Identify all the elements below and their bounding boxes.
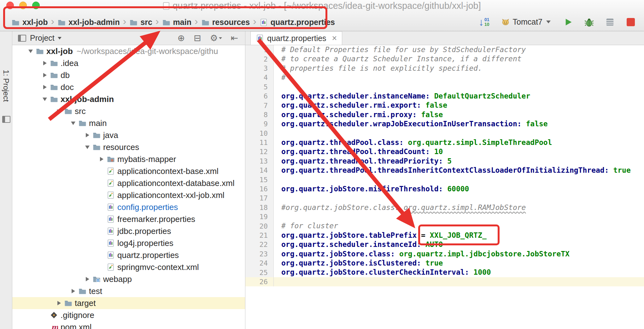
code-text: org.quartz.threadPool.threadPriority: 5 [274,157,452,166]
code-line-17[interactable]: 17 [245,194,644,203]
code-line-16[interactable]: 16org.quartz.jobStore.misfireThreshold: … [245,184,644,194]
tree-row-xxl-job[interactable]: xxl-job~/workspaces/idea-git-workspace/g… [12,45,245,57]
tree-row-db[interactable]: db [12,69,245,81]
code-line-11[interactable]: 11org.quartz.threadPool.class: org.quart… [245,138,644,147]
tree-row-resources[interactable]: resources [12,141,245,153]
code-line-7[interactable]: 7org.quartz.scheduler.rmi.export: false [245,101,644,110]
code-line-21[interactable]: 21org.quartz.jobStore.tablePrefix = XXL_… [245,231,644,240]
tree-row-doc[interactable]: doc [12,81,245,93]
tree-row-target[interactable]: target [12,297,245,309]
tree-row-freemarker.properties[interactable]: freemarker.properties [12,213,245,225]
project-panel-title[interactable]: Project [30,33,55,43]
collapse-arrow-icon[interactable] [55,110,63,113]
code-line-12[interactable]: 12org.quartz.threadPool.threadCount: 10 [245,147,644,156]
expand-arrow-icon[interactable] [41,61,49,65]
breadcrumb-item-resources[interactable]: resources [201,18,250,27]
code-text [274,277,281,286]
chevron-down-icon [219,37,222,39]
code-line-8[interactable]: 8org.quartz.scheduler.rmi.proxy: false [245,110,644,119]
tree-label: config.properties [117,202,178,212]
breadcrumb-item-xxl-job[interactable]: xxl-job [11,18,48,27]
collapse-arrow-icon[interactable] [84,146,91,149]
hide-panel-button[interactable]: ⇤ [231,34,238,43]
line-number: 4 [245,73,274,82]
tab-quartz-properties[interactable]: quartz.properties × [250,31,342,45]
tree-row-.gitignore[interactable]: .gitignore [12,309,245,321]
code-line-23[interactable]: 23org.quartz.jobStore.class: org.quartz.… [245,249,644,259]
code-line-19[interactable]: 19 [245,212,644,221]
expand-arrow-icon[interactable] [69,289,77,293]
code-line-20[interactable]: 20# for cluster [245,221,644,230]
code-line-26[interactable]: 26 [245,277,644,286]
code-line-14[interactable]: 14org.quartz.threadPool.threadsInheritCo… [245,166,644,175]
line-number: 18 [245,203,274,212]
tree-row-xxl-job-admin[interactable]: xxl-job-admin [12,93,245,105]
debug-button[interactable] [583,16,595,28]
expand-arrow-icon[interactable] [84,133,91,137]
collapse-arrow-icon[interactable] [27,50,34,53]
xml-file-icon [107,179,115,187]
vcs-update-button[interactable]: ↓ 0110 [479,17,489,27]
tree-row-mybatis-mapper[interactable]: mybatis-mapper [12,153,245,165]
code-line-2[interactable]: 2# to create a Quartz Scheduler Instance… [245,54,644,63]
breadcrumb-label: xxl-job [22,18,48,27]
collapse-arrow-icon[interactable] [69,122,77,125]
code-line-9[interactable]: 9org.quartz.scheduler.wrapJobExecutionIn… [245,119,644,129]
tree-row-java[interactable]: java [12,129,245,141]
breadcrumb-item-src[interactable]: src [129,18,152,27]
stop-button[interactable] [625,16,636,28]
code-line-13[interactable]: 13org.quartz.threadPool.threadPriority: … [245,157,644,166]
expand-arrow-icon[interactable] [98,157,105,161]
tree-row-quartz.properties[interactable]: quartz.properties [12,249,245,261]
code-line-15[interactable]: 15 [245,175,644,184]
code-line-1[interactable]: 1# Default Properties file for use by St… [245,45,644,54]
collapse-arrow-icon[interactable] [41,98,49,101]
breadcrumb-item-xxl-job-admin[interactable]: xxl-job-admin [57,18,120,27]
tree-label: applicationcontext-database.xml [117,178,234,188]
breadcrumb-item-quartz.properties[interactable]: quartz.properties [260,18,335,27]
locate-button[interactable]: ⊕ [177,34,184,43]
tree-row-.idea[interactable]: .idea [12,57,245,69]
code-line-24[interactable]: 24org.quartz.jobStore.isClustered: true [245,259,644,268]
tree-row-src[interactable]: src [12,105,245,117]
breadcrumb-item-main[interactable]: main [162,18,191,27]
tree-label: test [89,286,102,296]
tree-row-main[interactable]: main [12,117,245,129]
code-line-25[interactable]: 25org.quartz.jobStore.clusterCheckinInte… [245,268,644,277]
tree-row-jdbc.properties[interactable]: jdbc.properties [12,225,245,237]
code-line-6[interactable]: 6org.quartz.scheduler.instanceName: Defa… [245,92,644,101]
collapse-all-button[interactable]: ⊟ [194,34,201,43]
code-line-10[interactable]: 10 [245,129,644,138]
tab-label: quartz.properties [267,34,326,43]
tree-row-pom.xml[interactable]: mpom.xml [12,321,245,329]
tree-row-applicationcontext-database.xml[interactable]: applicationcontext-database.xml [12,177,245,189]
code-line-3[interactable]: 3# properties file is not explicitly spe… [245,64,644,73]
expand-arrow-icon[interactable] [55,301,63,305]
code-line-5[interactable]: 5 [245,82,644,92]
tree-row-springmvc-context.xml[interactable]: springmvc-context.xml [12,261,245,273]
code-line-18[interactable]: 18#org.quartz.jobStore.class: org.quartz… [245,203,644,212]
code-line-22[interactable]: 22org.quartz.scheduler.instanceId: AUTO [245,240,644,249]
code-line-4[interactable]: 4# [245,73,644,82]
tree-label: webapp [103,274,132,284]
expand-arrow-icon[interactable] [41,85,49,89]
project-toolwindow-button[interactable]: 1: Project [2,70,10,102]
line-number: 10 [245,129,274,138]
tree-row-applicationcontext-base.xml[interactable]: applicationcontext-base.xml [12,165,245,177]
run-configuration-selector[interactable]: Tomcat7 [499,16,553,28]
chevron-down-icon [58,37,61,39]
tree-label: src [75,106,86,116]
tree-row-webapp[interactable]: webapp [12,273,245,285]
close-tab-icon[interactable]: × [332,34,337,43]
run-button[interactable] [563,16,574,28]
expand-arrow-icon[interactable] [84,277,91,281]
breadcrumb-label: xxl-job-admin [68,18,120,27]
tree-row-applicationcontext-xxl-job.xml[interactable]: applicationcontext-xxl-job.xml [12,189,245,201]
panel-settings-button[interactable]: ⚙ [210,34,222,43]
tree-row-config.properties[interactable]: config.properties [12,201,245,213]
coverage-button[interactable] [604,16,616,28]
tree-row-test[interactable]: test [12,285,245,297]
tree-row-log4j.properties[interactable]: log4j.properties [12,237,245,249]
expand-arrow-icon[interactable] [41,73,49,77]
folder-icon [92,131,101,139]
